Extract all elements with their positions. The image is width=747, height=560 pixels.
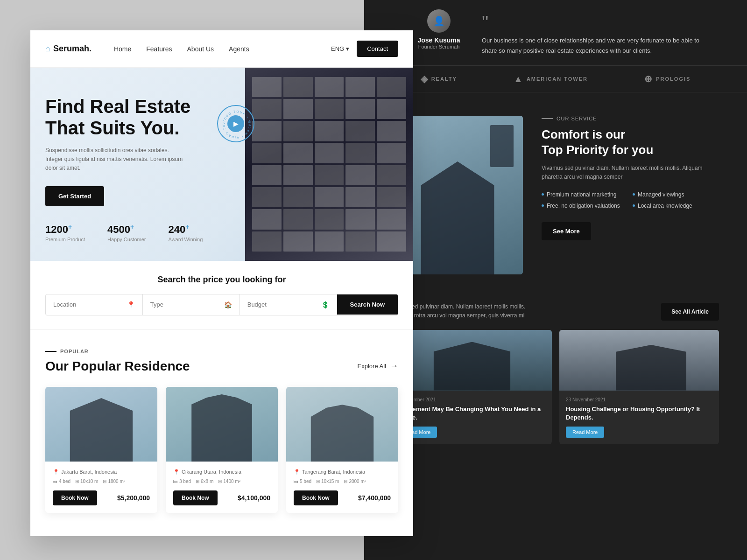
navbar: ⌂ Serumah. Home Features About Us Agents… [30, 30, 413, 68]
area-2: ⊟ 1400 m² [218, 479, 240, 484]
language-selector[interactable]: ENG ▾ [331, 45, 349, 52]
location-icon: 📍 [127, 301, 135, 308]
person-info: 👤 Jose Kusuma Founder Serumah [411, 9, 467, 49]
property-card-1: 📍 Jakarta Barat, Indonesia 🛏 4 bed ⊞ 10x… [45, 387, 157, 513]
property-card-3: 📍 Tangerang Barat, Indonesia 🛏 5 bed ⊞ 1… [286, 387, 398, 513]
area-icon-2: ⊟ [218, 479, 222, 484]
video-circle-button[interactable]: VIDEO TOUR • WATCH • VIDEO TOUR • ▶ [217, 105, 254, 142]
article-content-2: 23 November 2021 Housing Challenge or Ho… [559, 391, 719, 444]
article-title-2: Housing Challenge or Housing Opportunity… [566, 405, 712, 422]
hero-building [245, 68, 413, 261]
type-input[interactable] [150, 301, 220, 308]
see-all-button[interactable]: See All Article [661, 303, 719, 321]
area-icon-1: ⊟ [103, 479, 106, 484]
explore-arrow-icon: → [390, 361, 398, 371]
stat-premium: 1200+ Premium Product [45, 223, 85, 242]
size-icon-1: ⊞ [75, 479, 79, 484]
stat-label-customer: Happy Customer [107, 237, 146, 242]
person-name: Jose Kusuma [417, 36, 460, 44]
size-1: ⊞ 10x10 m [75, 479, 98, 484]
main-card: ⌂ Serumah. Home Features About Us Agents… [30, 30, 413, 536]
stat-number-award: 240+ [169, 223, 203, 236]
beds-3: 🛏 5 bed [294, 479, 311, 484]
card-details-2: 🛏 3 bed ⊞ 6x8 m ⊟ 1400 m² [173, 479, 270, 484]
article-card-2: 23 November 2021 Housing Challenge or Ho… [559, 330, 719, 444]
property-cards: 📍 Jakarta Barat, Indonesia 🛏 4 bed ⊞ 10x… [45, 387, 398, 513]
popular-tag-line [45, 351, 56, 352]
popular-header: Our Popular Residence Explore All → [45, 359, 398, 374]
budget-input[interactable] [247, 301, 317, 308]
prologis-icon: ⊕ [644, 73, 653, 84]
service-tag-line [542, 118, 553, 119]
search-button[interactable]: Search Now [337, 294, 398, 315]
american-tower-icon: ▲ [514, 74, 524, 84]
bed-icon-2: 🛏 [173, 479, 178, 484]
property-image-1 [45, 387, 157, 462]
read-more-button-2[interactable]: Read More [566, 427, 604, 438]
stat-number-premium: 1200+ [45, 223, 85, 236]
service-tag: OUR SERVICE [542, 116, 719, 121]
stat-award: 240+ Award Winning [169, 223, 203, 242]
logo: ⌂ Serumah. [45, 44, 92, 54]
see-more-button[interactable]: See More [542, 222, 591, 240]
brand-prologis: ⊕ PROLOGIS [644, 73, 691, 84]
card-info-2: 📍 Cikarang Utara, Indonesia 🛏 3 bed ⊞ 6x… [166, 462, 278, 513]
book-button-3[interactable]: Book Now [294, 490, 338, 505]
card-location-1: 📍 Jakarta Barat, Indonesia [53, 469, 150, 475]
feature-dot-4 [633, 204, 635, 207]
hero-description: Suspendisse mollis sollicitudin ores vit… [45, 146, 185, 173]
popular-tag-text: POPULAR [60, 349, 89, 354]
testimonial-text: Our business is one of close relationshi… [482, 35, 710, 56]
card-price-3: $7,400,000 [358, 494, 391, 502]
nav-agents[interactable]: Agents [229, 45, 249, 53]
hero-title: Find Real Estate That Suits You. [45, 96, 223, 139]
card-price-1: $5,200,000 [117, 494, 150, 502]
type-field: 🏠 [143, 294, 240, 315]
get-started-button[interactable]: Get Started [45, 186, 104, 206]
feature-item-1: Premium national marketing [542, 191, 628, 198]
property-card-2: 📍 Cikarang Utara, Indonesia 🛏 3 bed ⊞ 6x… [166, 387, 278, 513]
location-input[interactable] [53, 301, 123, 308]
property-image-3 [286, 387, 398, 462]
avatar: 👤 [427, 9, 451, 33]
service-features: Premium national marketing Managed viewi… [542, 191, 719, 209]
card-actions-2: Book Now $4,100,000 [173, 490, 270, 505]
service-tag-text: OUR SERVICE [557, 116, 597, 121]
feature-item-4: Local area knowledge [633, 203, 719, 209]
article-image-1 [392, 330, 552, 391]
area-1: ⊟ 1800 m² [103, 479, 125, 484]
popular-title: Our Popular Residence [45, 359, 190, 374]
card-location-2: 📍 Cikarang Utara, Indonesia [173, 469, 270, 475]
article-date-2: 23 November 2021 [566, 397, 712, 402]
nav-right: ENG ▾ Contact [331, 41, 398, 57]
video-circle-text: VIDEO TOUR • WATCH • VIDEO TOUR • [220, 108, 254, 141]
feature-item-2: Managed viewings [633, 191, 719, 198]
nav-features[interactable]: Features [146, 45, 172, 53]
card-actions-1: Book Now $5,200,000 [53, 490, 150, 505]
service-section: OUR SERVICE Comfort is our Top Priority … [364, 92, 747, 288]
explore-all-link[interactable]: Explore All → [358, 361, 398, 371]
nav-home[interactable]: Home [114, 45, 131, 53]
stat-label-premium: Premium Product [45, 237, 85, 242]
location-field: 📍 [46, 294, 143, 315]
pin-icon-1: 📍 [53, 469, 59, 475]
card-info-3: 📍 Tangerang Barat, Indonesia 🛏 5 bed ⊞ 1… [286, 462, 398, 513]
stat-customer: 4500+ Happy Customer [107, 223, 146, 242]
book-button-1[interactable]: Book Now [53, 490, 97, 505]
article-cards: 2 November 2021 Retirement May Be Changi… [392, 330, 719, 444]
size-2: ⊞ 6x8 m [196, 479, 213, 484]
articles-section: ...mus sed pulvinar diam. Nullam laoreet… [364, 288, 747, 463]
size-icon-2: ⊞ [196, 479, 199, 484]
chevron-down-icon: ▾ [346, 45, 349, 52]
search-section: Search the price you looking for 📍 🏠 💲 S… [30, 261, 413, 330]
card-location-3: 📍 Tangerang Barat, Indonesia [294, 469, 391, 475]
nav-about[interactable]: About Us [187, 45, 214, 53]
area-icon-3: ⊟ [344, 479, 347, 484]
book-button-2[interactable]: Book Now [173, 490, 218, 505]
popular-tag: POPULAR [45, 349, 398, 354]
brand-american-tower: ▲ AMERICAN TOWER [514, 74, 588, 84]
dollar-icon: 💲 [321, 301, 329, 308]
area-3: ⊟ 2000 m² [344, 479, 366, 484]
realty-icon: ◈ [421, 73, 429, 84]
contact-button[interactable]: Contact [357, 41, 398, 57]
